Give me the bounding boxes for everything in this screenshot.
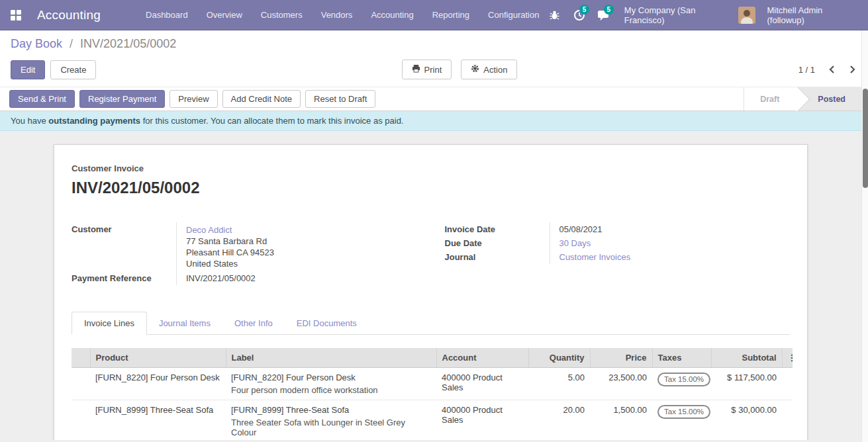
user-menu[interactable]: Mitchell Admin (followup) (762, 5, 858, 25)
app-title: Accounting (37, 8, 101, 22)
header-price[interactable]: Price (590, 348, 652, 368)
gear-icon (471, 64, 479, 75)
cell-quantity[interactable]: 20.00 (528, 400, 590, 441)
scrollbar-thumb[interactable] (863, 89, 868, 188)
messages-chat-icon[interactable]: 5 (595, 6, 612, 24)
register-payment-button[interactable]: Register Payment (79, 90, 165, 108)
systray: 5 5 My Company (San Francisco) Mitchell … (546, 5, 857, 25)
breadcrumb-current: INV/2021/05/0002 (80, 37, 176, 50)
journal-link[interactable]: Customer Invoices (559, 252, 631, 262)
top-navbar: Accounting Dashboard Overview Customers … (0, 0, 868, 30)
tab-edi-documents[interactable]: EDI Documents (285, 312, 369, 334)
due-date-label: Due Date (445, 236, 550, 250)
debug-bug-icon[interactable] (546, 6, 563, 24)
activity-count-badge: 5 (579, 5, 589, 15)
field-due-date: Due Date 30 Days (445, 236, 791, 250)
field-payment-reference: Payment Reference INV/2021/05/0002 (72, 271, 417, 285)
message-count-badge: 5 (604, 5, 614, 15)
header-taxes[interactable]: Taxes (652, 348, 711, 368)
form-statusbar: Send & Print Register Payment Preview Ad… (0, 87, 868, 111)
header-handle (72, 348, 90, 368)
journal-label: Journal (445, 250, 550, 264)
cell-price[interactable]: 1,500.00 (590, 400, 652, 441)
scrollbar-track[interactable] (861, 30, 868, 442)
row-handle (72, 400, 90, 441)
cell-account[interactable]: 400000 Product Sales (436, 400, 528, 441)
customer-address-line1: 77 Santa Barbara Rd (186, 236, 417, 247)
action-button[interactable]: Action (461, 60, 517, 79)
preview-button[interactable]: Preview (169, 90, 217, 108)
optional-columns-icon[interactable]: ⋮ (782, 348, 793, 368)
edit-button[interactable]: Edit (11, 60, 45, 79)
payment-reference-value: INV/2021/05/0002 (176, 271, 417, 285)
cell-subtotal[interactable]: $ 117,500.00 (711, 368, 782, 400)
customer-address-line3: United States (186, 258, 417, 269)
form-view: Customer Invoice INV/2021/05/0002 Custom… (0, 131, 861, 440)
state-draft[interactable]: Draft (744, 87, 798, 111)
control-panel: Day Book / INV/2021/05/0002 Edit Create … (0, 30, 868, 87)
header-label[interactable]: Label (226, 348, 436, 368)
nav-menu-dashboard[interactable]: Dashboard (139, 6, 195, 24)
invoice-lines-table: Product Label Account Quantity Price Tax… (72, 348, 793, 440)
breadcrumb-separator: / (70, 37, 73, 50)
pager-previous-icon[interactable] (827, 64, 836, 75)
nav-menu-customers[interactable]: Customers (254, 6, 309, 24)
cell-quantity[interactable]: 5.00 (528, 368, 590, 400)
cell-description: Four person modern office workstation (231, 382, 431, 395)
customer-address-line2: Pleasant Hill CA 94523 (186, 247, 417, 258)
invoice-sheet: Customer Invoice INV/2021/05/0002 Custom… (54, 144, 808, 440)
pager-next-icon[interactable] (848, 64, 857, 75)
company-switcher[interactable]: My Company (San Francisco) (619, 5, 732, 25)
cell-label[interactable]: [FURN_8999] Three-Seat Sofa Three Seater… (226, 400, 436, 441)
tax-badge: Tax 15.00% (657, 373, 710, 386)
user-avatar[interactable] (738, 7, 755, 24)
table-row[interactable]: [FURN_8999] Three-Seat Sofa [FURN_8999] … (72, 400, 793, 441)
add-credit-note-button[interactable]: Add Credit Note (222, 90, 301, 108)
tab-invoice-lines[interactable]: Invoice Lines (72, 312, 147, 335)
nav-menu-vendors[interactable]: Vendors (314, 6, 360, 24)
tab-other-info[interactable]: Other Info (222, 312, 285, 334)
nav-menu-reporting[interactable]: Reporting (426, 6, 476, 24)
tax-badge: Tax 15.00% (657, 405, 710, 419)
reset-to-draft-button[interactable]: Reset to Draft (305, 90, 375, 108)
state-widget: Draft Posted (744, 87, 868, 111)
nav-menu-accounting[interactable]: Accounting (364, 6, 420, 24)
cell-taxes[interactable]: Tax 15.00% (652, 400, 711, 441)
notebook: Invoice Lines Journal Items Other Info E… (72, 312, 790, 440)
cell-product[interactable]: [FURN_8999] Three-Seat Sofa (90, 400, 226, 441)
cell-label[interactable]: [FURN_8220] Four Person Desk Four person… (226, 368, 436, 400)
apps-menu-icon[interactable] (11, 10, 21, 21)
field-customer: Customer Deco Addict 77 Santa Barbara Rd… (72, 222, 417, 271)
tab-journal-items[interactable]: Journal Items (147, 312, 222, 334)
nav-menu-overview[interactable]: Overview (200, 6, 249, 24)
customer-label: Customer (72, 222, 176, 236)
printer-icon (412, 64, 420, 75)
breadcrumb-day-book[interactable]: Day Book (11, 37, 62, 50)
cell-subtotal[interactable]: $ 30,000.00 (711, 400, 782, 441)
header-quantity[interactable]: Quantity (528, 348, 590, 368)
header-account[interactable]: Account (436, 348, 528, 368)
header-subtotal[interactable]: Subtotal (711, 348, 782, 368)
control-panel-buttons: Edit Create Print Action 1 / 1 (11, 59, 857, 80)
table-row[interactable]: [FURN_8220] Four Person Desk [FURN_8220]… (72, 368, 793, 400)
create-button[interactable]: Create (50, 60, 96, 79)
invoice-number-title: INV/2021/05/0002 (72, 179, 790, 197)
send-and-print-button[interactable]: Send & Print (9, 90, 75, 108)
pager-value: 1 / 1 (798, 65, 815, 75)
table-header-row: Product Label Account Quantity Price Tax… (72, 348, 793, 368)
outstanding-payments-banner: You have outstanding payments for this c… (0, 111, 868, 131)
customer-link[interactable]: Deco Addict (186, 224, 417, 236)
banner-bold-text: outstanding payments (48, 116, 140, 126)
cell-taxes[interactable]: Tax 15.00% (652, 368, 711, 400)
cell-account[interactable]: 400000 Product Sales (436, 368, 528, 400)
cell-description: Three Seater Sofa with Lounger in Steel … (231, 415, 431, 437)
cell-product[interactable]: [FURN_8220] Four Person Desk (90, 368, 226, 400)
nav-menu-configuration[interactable]: Configuration (481, 6, 546, 24)
header-product[interactable]: Product (90, 348, 226, 368)
cell-price[interactable]: 23,500.00 (590, 368, 652, 400)
field-invoice-date: Invoice Date 05/08/2021 (445, 222, 791, 236)
print-button[interactable]: Print (402, 60, 452, 79)
activities-clock-icon[interactable]: 5 (570, 6, 588, 24)
field-journal: Journal Customer Invoices (445, 250, 791, 264)
due-date-link[interactable]: 30 Days (559, 238, 591, 248)
